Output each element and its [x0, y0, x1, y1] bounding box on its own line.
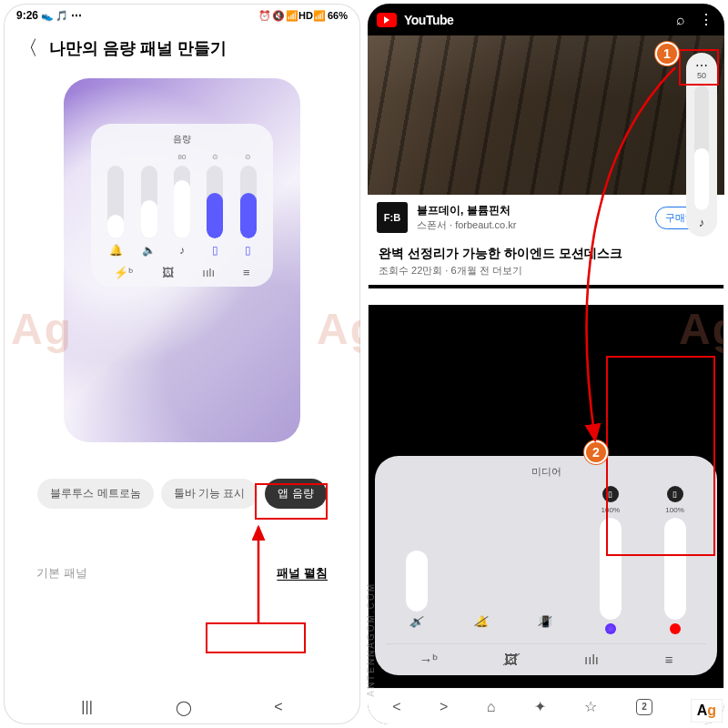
- watermark: Ag: [317, 304, 360, 354]
- panel-preview: 음량 🔔 🔈 80 ♪: [64, 78, 300, 442]
- back-button[interactable]: 〈: [18, 35, 38, 62]
- bell-icon: 🔔: [109, 244, 123, 257]
- media-output-icon[interactable]: 🖼: [162, 266, 174, 279]
- volume-panel-title: 음량: [100, 133, 264, 146]
- youtube-topbar: YouTube ⌕ ⋮: [368, 4, 724, 35]
- equalizer-icon[interactable]: ıılı: [202, 266, 215, 279]
- more-menu-icon[interactable]: ⋮: [697, 11, 715, 28]
- app-icon: ▯: [245, 244, 251, 257]
- volume-value: 50: [697, 71, 706, 80]
- bell-mute-icon: 🔔: [475, 615, 489, 628]
- watermark-badge: Ag: [691, 699, 723, 723]
- ring-slider[interactable]: 🔔: [454, 486, 510, 634]
- system-navbar: ||| ◯ <: [4, 690, 360, 722]
- signal-icon: 📶: [314, 10, 325, 21]
- equalizer-icon[interactable]: ıılı: [584, 652, 599, 668]
- nav-forward-icon[interactable]: >: [440, 699, 448, 715]
- sponsor-meta: 스폰서 · forbeaut.co.kr: [417, 218, 516, 232]
- speaker-icon: 🔈: [142, 244, 156, 257]
- sponsor-card[interactable]: F:B 블프데이, 볼륨핀처 스폰서 · forbeaut.co.kr 구매하기: [368, 195, 724, 240]
- volume-slider[interactable]: 🔔: [102, 153, 129, 257]
- app-icon: ▯: [212, 244, 218, 257]
- default-panel-link[interactable]: 기본 패널: [36, 565, 87, 581]
- vibrate-mute-icon: 📳: [539, 615, 552, 628]
- status-time: 9:26: [16, 9, 38, 22]
- video-info[interactable]: 완벽 선정리가 가능한 하이엔드 모션데스크 조회수 22만회 · 6개월 전 …: [368, 240, 724, 285]
- video-title: 완벽 선정리가 가능한 하이엔드 모션데스크: [379, 246, 713, 262]
- annotation-step-1: 1: [655, 42, 679, 66]
- annotation-box: [206, 622, 306, 653]
- media-output-icon[interactable]: 🖼: [504, 652, 518, 668]
- phone-icon: ▯: [602, 486, 619, 502]
- alarm-icon: ⏰: [259, 10, 270, 21]
- chip-show-toolbar[interactable]: 툴바 기능 표시: [161, 479, 258, 509]
- app-youtube-icon: [670, 623, 681, 634]
- home-button[interactable]: ◯: [176, 699, 192, 716]
- app-volume-slider[interactable]: ▯ 100%: [647, 486, 703, 634]
- hd-icon: HD: [300, 10, 311, 21]
- volume-slider[interactable]: 80 ♪: [168, 153, 196, 257]
- media-slider[interactable]: 🔈: [389, 486, 445, 634]
- settings-list-icon[interactable]: ≡: [665, 652, 673, 668]
- watermark: Ag: [11, 304, 73, 354]
- youtube-logo-icon[interactable]: [377, 13, 397, 27]
- status-app-icon: 👟: [42, 10, 53, 21]
- sponsor-title: 블프데이, 볼륨핀처: [417, 203, 516, 218]
- left-phone: 9:26 👟 🎵 ⋯ ⏰ 🔇 📶 HD 📶 66% 〈 나만의 음량 패널 만들…: [4, 4, 360, 724]
- volume-slider[interactable]: ⊙ ▯: [235, 153, 262, 257]
- nav-back-icon[interactable]: <: [392, 699, 400, 715]
- chip-app-volume[interactable]: 앱 음량: [265, 479, 326, 509]
- app-volume-slider[interactable]: ▯ 100%: [582, 486, 638, 634]
- mute-icon: 🔇: [273, 10, 284, 21]
- expanded-volume-panel: 미디어 60 🔈 🔔 📳 ▯: [375, 456, 717, 675]
- page-header: 〈 나만의 음량 패널 만들기: [4, 24, 360, 69]
- right-phone: YouTube ⌕ ⋮ ⋯ 50 ♪ F:B 블프데이, 볼륨핀처 스폰서 · …: [368, 4, 724, 724]
- bluetooth-icon[interactable]: ⚡ᵇ: [114, 266, 134, 279]
- nav-home-icon[interactable]: ⌂: [487, 699, 496, 715]
- battery-percent: 66%: [328, 10, 348, 21]
- nav-tabs-button[interactable]: 2: [636, 699, 652, 715]
- nav-bookmark-icon[interactable]: ☆: [584, 698, 597, 715]
- settings-list-icon[interactable]: ≡: [243, 266, 250, 279]
- notification-slider[interactable]: 📳: [519, 486, 574, 634]
- note-icon: ♪: [179, 244, 185, 257]
- browser-bottom-nav: < > ⌂ ✦ ☆ 2 ≡: [368, 688, 724, 724]
- second-video-strip: [368, 288, 724, 305]
- back-button[interactable]: <: [274, 699, 282, 716]
- volume-popup-slider[interactable]: [694, 86, 709, 210]
- expanded-panel-title: 미디어: [386, 465, 706, 479]
- sponsor-avatar: F:B: [377, 202, 408, 233]
- recents-button[interactable]: |||: [81, 699, 92, 716]
- watermark-url: ANTENNAGOM.COM: [366, 582, 376, 697]
- volume-slider[interactable]: 🔈: [135, 153, 162, 257]
- volume-slider[interactable]: ⊙ ▯: [201, 153, 228, 257]
- expand-panel-link[interactable]: 패널 펼침: [277, 565, 328, 581]
- speaker-mute-icon: 🔈: [410, 615, 424, 628]
- video-meta: 조회수 22만회 · 6개월 전 더보기: [379, 264, 713, 278]
- bluetooth-forward-icon[interactable]: →ᵇ: [419, 652, 438, 668]
- note-icon: ♪: [699, 216, 705, 229]
- status-more-icon: ⋯: [71, 9, 82, 22]
- status-app-icon: 🎵: [56, 10, 67, 21]
- status-bar: 9:26 👟 🎵 ⋯ ⏰ 🔇 📶 HD 📶 66%: [4, 4, 360, 24]
- panel-toolbar: ⚡ᵇ 🖼 ıılı ≡: [100, 266, 264, 279]
- volume-panel: 음량 🔔 🔈 80 ♪: [91, 124, 273, 287]
- page-title: 나만의 음량 패널 만들기: [49, 37, 227, 59]
- watermark: Ag: [679, 304, 724, 354]
- option-chip-row: 블루투스 메트로놈 툴바 기능 표시 앱 음량: [4, 479, 360, 509]
- wifi-icon: 📶: [287, 10, 298, 21]
- volume-popup[interactable]: ⋯ 50 ♪: [686, 53, 717, 237]
- phone-icon: ▯: [667, 486, 683, 502]
- annotation-step-2: 2: [584, 440, 608, 464]
- youtube-title: YouTube: [404, 13, 453, 27]
- app-browser-icon: [605, 623, 616, 634]
- nav-star-icon[interactable]: ✦: [534, 698, 546, 715]
- chip-bluetooth-metronome[interactable]: 블루투스 메트로놈: [37, 479, 153, 509]
- search-icon[interactable]: ⌕: [672, 12, 690, 28]
